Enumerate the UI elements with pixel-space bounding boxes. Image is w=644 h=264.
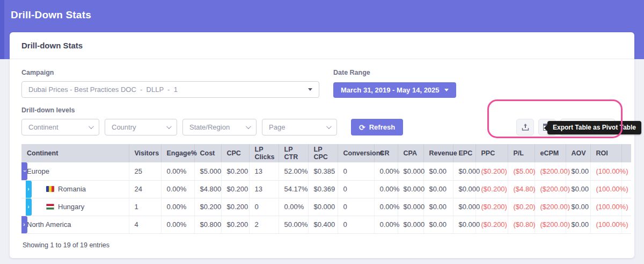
collapse-row-toggle[interactable]: › [21,162,27,180]
stat-cell: $0.000 [453,180,475,198]
stat-cell: 0 [338,162,374,180]
level-select-country[interactable]: Country [105,119,177,135]
page-title: Drill-Down Stats [11,9,91,21]
stat-cell: $0.200 [221,216,249,233]
stat-cell: (100.00%) [590,180,621,198]
chevron-icon: › [23,222,25,227]
column-header[interactable]: Visitors [129,144,161,162]
stat-cell: $0.200 [221,162,249,180]
stat-cell: 0 [338,216,374,233]
column-header[interactable]: Cost [194,144,221,162]
country-flag-hu-icon [46,204,54,210]
card-header: Drill-down Stats [10,32,634,59]
caret-down-icon [444,89,449,91]
drilldown-stats-table: ContinentVisitorsEngage%CostCPCLP Clicks… [21,144,631,234]
refresh-button-label: Refresh [369,123,395,131]
stat-cell: 1 [129,198,161,216]
level-select-page[interactable]: Page [262,119,337,135]
stat-cell: $0.000 [398,198,423,216]
stat-cell: $0.000 [398,180,423,198]
upload-export-icon [522,123,529,131]
date-range-button[interactable]: March 31, 2019 - May 14, 2025 [333,82,456,98]
stat-cell: 4 [129,216,161,233]
level-select-continent[interactable]: Continent [21,119,99,135]
stat-cell: 54.17% [279,180,308,198]
stat-cell: $0.385 [308,162,338,180]
chevron-icon: › [27,204,29,210]
caret-down-icon [308,88,312,91]
drilldown-stats-card: Drill-down Stats Campaign Dubai Prices -… [10,32,634,258]
stat-cell: $0.000 [308,198,338,216]
table-header-row: ContinentVisitorsEngage%CostCPCLP Clicks… [21,144,631,162]
refresh-button[interactable]: ⟳ Refresh [351,119,403,135]
stat-cell: $0.000 [453,198,475,216]
drilldown-levels-label: Drill-down levels [21,106,623,114]
stat-cell: $0.369 [308,180,338,198]
stat-cell: 0.00% [161,198,194,216]
table-row: ›Romania240.00%$4.800$0.2001354.17%$0.36… [21,180,631,198]
column-header-spacer [621,144,631,162]
stat-cell: 0.00% [374,216,398,233]
expand-row-toggle[interactable]: › [26,198,32,216]
stat-cell: 0.00% [279,198,308,216]
stat-cell: 0.00% [161,180,194,198]
column-header[interactable]: P/L [508,144,535,162]
stat-cell: ($0.80) [508,216,535,233]
card-title: Drill-down Stats [21,41,83,50]
export-button[interactable] [516,119,534,135]
stat-cell: ($0.200) [475,162,508,180]
level-select-state-region-value: State/Region [189,123,240,131]
column-header[interactable]: CPC [221,144,249,162]
table-row: ›Europe250.00%$5.000$0.2001352.00%$0.385… [21,162,631,180]
stat-cell: $0.000 [453,216,475,233]
column-header[interactable]: Engage% [161,144,194,162]
row-name: Romania [58,185,86,193]
column-header[interactable]: CPA [398,144,423,162]
stat-cell: $5.000 [194,162,221,180]
column-header[interactable]: LP CPC [308,144,338,162]
expand-row-toggle[interactable]: › [26,181,32,198]
stat-cell: 0.00% [161,216,194,233]
table-row: ›Hungary10.00%$0.200$0.20000.00%$0.00000… [21,198,631,216]
stat-cell: (100.00%) [590,162,621,180]
row-label-cell: ›Romania [21,180,129,198]
column-header[interactable]: Revenue [423,144,453,162]
column-header[interactable]: ROI [590,144,621,162]
stat-cell: $0.00 [423,162,453,180]
stat-cell: 0 [249,198,279,216]
entries-summary: Showing 1 to 19 of 19 entries [21,234,623,256]
stat-cell: $0.000 [398,216,423,233]
stat-cell: 13 [249,162,279,180]
row-name: Europe [27,167,49,175]
stat-cell: 50.00% [279,216,308,233]
stat-cell: ($200.00) [535,198,566,216]
row-name: North America [27,220,71,229]
stats-table-body: ›Europe250.00%$5.000$0.2001352.00%$0.385… [21,162,631,233]
level-select-page-value: Page [269,123,321,131]
column-header[interactable]: Continent [21,144,129,162]
level-select-continent-value: Continent [28,123,83,131]
stat-cell: 2 [249,216,279,233]
column-header[interactable]: LP CTR [279,144,308,162]
column-header[interactable]: AOV [566,144,590,162]
stat-cell: 52.00% [279,162,308,180]
stat-cell: ($0.200) [475,216,508,233]
column-header[interactable]: PPC [475,144,508,162]
campaign-select[interactable]: Dubai Prices - Best Practices DOC - DLLP… [21,81,319,98]
expand-row-toggle[interactable]: › [21,216,27,233]
column-header[interactable]: eCPM [535,144,566,162]
stat-cell: $0.200 [221,198,249,216]
stat-cell: $0.200 [194,198,221,216]
column-header[interactable]: LP Clicks [249,144,279,162]
sidebar-collapsed-strip[interactable] [0,0,4,59]
level-select-state-region[interactable]: State/Region [182,119,257,135]
refresh-icon: ⟳ [359,124,365,131]
country-flag-ro-icon [46,186,54,192]
row-label-cell: ›Hungary [21,198,129,216]
column-header[interactable]: Conversions [338,144,374,162]
chevron-down-icon [166,124,172,129]
chevron-down-icon [89,124,94,129]
stat-cell: 24 [129,180,161,198]
stat-cell: 0.00% [374,162,398,180]
stat-cell: (100.00%) [590,198,621,216]
